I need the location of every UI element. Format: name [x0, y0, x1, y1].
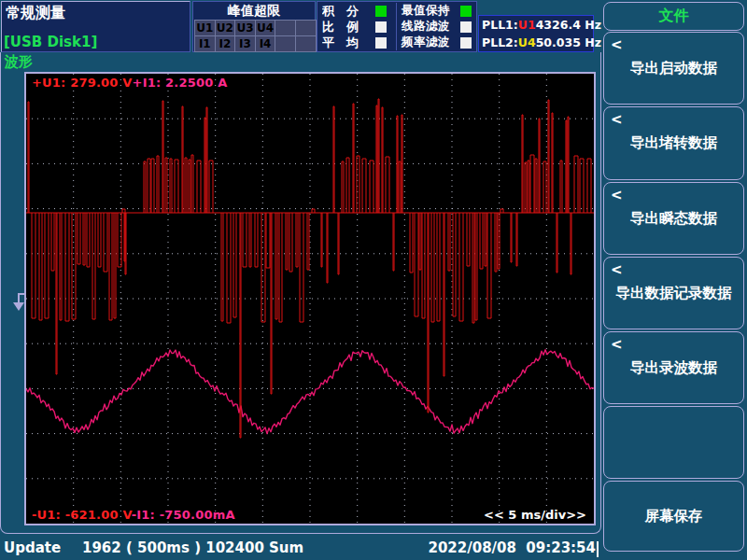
toggle-integration: 积分	[317, 3, 396, 19]
measurement-mode-panel: 常规测量 [USB Disk1]	[1, 1, 190, 52]
waveform-plot: +U1: 279.00 V+I1: 2.2500 A -U1: -621.00 …	[24, 72, 596, 525]
menu-item-label: 导出堵转数据	[630, 133, 717, 153]
power-analyzer-screen: 常规测量 [USB Disk1] 峰值超限 U1 U2 U3 U4 I1 I2 …	[0, 0, 747, 560]
peak-over-limit-panel: 峰值超限 U1 U2 U3 U4 I1 I2 I3 I4	[192, 1, 316, 52]
indicator-off-icon	[460, 37, 472, 49]
menu-item-export-transient-data[interactable]: < 导出瞬态数据	[603, 182, 744, 255]
back-arrow-icon: <	[611, 187, 623, 203]
indicator-on-icon	[460, 6, 472, 17]
toggle-freq-filter: 频率滤波	[397, 35, 476, 50]
back-arrow-icon: <	[611, 336, 623, 353]
menu-item-label: 导出数据记录数据	[616, 284, 732, 303]
waveform-view: 波形 +U1: 279.00 V+I1: 2.2500 A -U1: -621.…	[0, 52, 601, 534]
menu-item-export-wave-record-data[interactable]: < 导出录波数据	[603, 331, 744, 404]
negative-peak-readout: -U1: -621.00 V-I1: -750.00mA	[32, 508, 235, 522]
datetime: 2022/08/08 09:23:54	[428, 539, 596, 556]
update-label: Update	[4, 539, 61, 556]
toggle-label: 积分	[322, 3, 375, 20]
pll1-value: 4326.4 Hz	[536, 18, 601, 32]
menu-title-label: 文件	[659, 7, 689, 26]
toggle-label: 平均	[322, 35, 375, 51]
toggles-right-column: 最值保持 线路滤波 频率滤波	[396, 3, 476, 50]
pll1-label: PLL1:	[482, 18, 518, 32]
pol-cell-empty	[275, 36, 295, 51]
i1-negative-peak: -I1: -750.00mA	[132, 508, 235, 522]
usb-status: [USB Disk1]	[4, 34, 97, 50]
positive-peak-readout: +U1: 279.00 V+I1: 2.2500 A	[32, 76, 227, 90]
menu-item-screen-save[interactable]: 屏幕保存	[603, 481, 744, 552]
toggle-max-hold: 最值保持	[397, 3, 476, 19]
menu-item-label: 屏幕保存	[645, 507, 703, 526]
toggle-label: 最值保持	[402, 3, 458, 19]
toggle-label: 线路滤波	[402, 19, 458, 35]
status-toggles-panel: 积分 比例 平均 最值保持 线路滤波 频率滤波	[317, 1, 477, 52]
menu-item-export-startup-data[interactable]: < 导出启动数据	[603, 32, 744, 105]
toggle-scaling: 比例	[317, 19, 396, 35]
menu-item-label: 导出录波数据	[630, 358, 717, 378]
i1-positive-peak: +I1: 2.2500 A	[133, 76, 228, 90]
view-title: 波形	[5, 53, 33, 71]
menu-item-export-locked-rotor-data[interactable]: < 导出堵转数据	[603, 106, 744, 180]
indicator-on-icon	[375, 6, 387, 17]
update-count: 1962 ( 500ms ) 102400 Sum	[82, 539, 303, 556]
toggle-label: 比例	[322, 19, 375, 35]
indicator-off-icon	[375, 37, 387, 49]
pol-cell-u3: U3	[235, 21, 255, 35]
pol-cell-i1: I1	[195, 36, 215, 51]
pll-panel: PLL1: U1 4326.4 Hz PLL2: U4 50.035 Hz	[478, 15, 594, 52]
back-arrow-icon: <	[611, 36, 623, 53]
pol-cell-i3: I3	[235, 36, 255, 51]
waveform-canvas	[26, 74, 594, 524]
pol-cell-u2: U2	[216, 21, 235, 35]
back-arrow-icon: <	[611, 261, 623, 278]
indicator-off-icon	[375, 21, 387, 33]
pol-cell-empty	[275, 21, 295, 35]
status-bar: Update 1962 ( 500ms ) 102400 Sum 2022/08…	[0, 534, 601, 560]
pol-cell-empty	[296, 36, 316, 51]
back-arrow-icon: <	[611, 111, 623, 128]
menu-item-label: 导出瞬态数据	[630, 209, 717, 229]
peak-over-limit-grid: U1 U2 U3 U4 I1 I2 I3 I4	[194, 20, 317, 52]
pll1-source: U1	[518, 18, 536, 32]
cursor-tick	[597, 541, 599, 557]
timebase-label: << 5 ms/div>>	[484, 508, 586, 522]
pll2-label: PLL2:	[482, 35, 518, 49]
pol-cell-i2: I2	[216, 36, 235, 51]
menu-title: 文件	[603, 2, 744, 31]
pol-cell-u1: U1	[195, 21, 215, 35]
toggle-label: 频率滤波	[402, 35, 458, 50]
menu-item-empty	[603, 406, 744, 479]
pll2-source: U4	[518, 35, 536, 49]
menu-item-export-datalog-data[interactable]: < 导出数据记录数据	[603, 257, 744, 329]
menu-item-label: 导出启动数据	[630, 59, 717, 78]
indicator-off-icon	[460, 21, 472, 33]
mode-title: 常规测量	[6, 4, 65, 23]
trigger-marker-icon	[11, 292, 26, 313]
toggle-averaging: 平均	[317, 35, 396, 50]
peak-over-limit-title: 峰值超限	[193, 2, 315, 20]
pll2-row: PLL2: U4 50.035 Hz	[479, 34, 593, 51]
pol-cell-i4: I4	[256, 36, 275, 51]
toggles-left-column: 积分 比例 平均	[317, 3, 396, 50]
pol-cell-empty	[296, 21, 316, 35]
pol-cell-u4: U4	[256, 21, 275, 35]
u1-negative-peak: -U1: -621.00 V	[32, 508, 132, 522]
toggle-line-filter: 线路滤波	[397, 19, 476, 35]
pll1-row: PLL1: U1 4326.4 Hz	[479, 16, 593, 34]
pll2-value: 50.035 Hz	[536, 35, 601, 49]
u1-positive-peak: +U1: 279.00 V	[32, 76, 133, 90]
